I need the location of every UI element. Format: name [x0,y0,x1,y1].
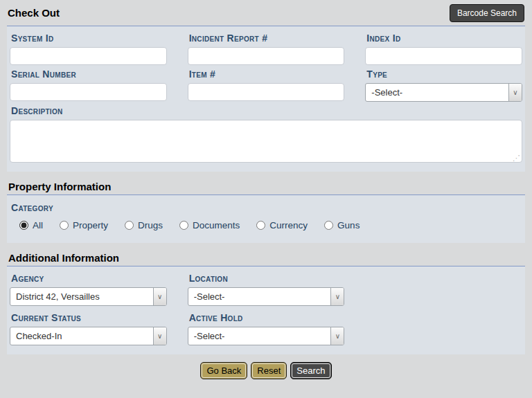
item-number-label: Item # [189,69,345,79]
incident-report-label: Incident Report # [189,33,345,43]
category-option-documents[interactable]: Documents [179,220,240,230]
current-status-label: Current Status [11,313,167,323]
category-option-property[interactable]: Property [60,220,108,230]
system-id-input[interactable] [10,47,167,65]
reset-label: Reset [252,363,285,378]
category-option-label: All [33,220,43,230]
category-radio-drugs[interactable] [125,221,134,230]
search-button[interactable]: Search [290,362,331,379]
category-radio-all[interactable] [19,221,28,230]
current-status-select[interactable]: Checked-In [10,327,167,345]
go-back-button[interactable]: Go Back [200,362,247,379]
type-select[interactable]: -Select- [365,83,522,102]
description-textarea[interactable] [10,120,522,163]
serial-number-field: Serial Number [10,65,167,102]
additional-information-panel: Agency District 42, Versailles ∨ Locatio… [7,266,525,354]
reset-button[interactable]: Reset [251,362,287,379]
active-hold-label: Active Hold [189,313,345,323]
active-hold-select[interactable]: -Select- [188,327,345,345]
category-radio-group: All Property Drugs Documents Currency Gu… [19,220,522,230]
incident-report-field: Incident Report # [188,29,345,65]
description-field: Description ⋰ [10,106,522,163]
page-title: Check Out [8,7,60,19]
location-select[interactable]: -Select- [188,287,345,306]
category-option-drugs[interactable]: Drugs [125,220,163,230]
agency-select[interactable]: District 42, Versailles [10,287,167,306]
check-out-page: Check Out Barcode Search System Id Incid… [0,0,532,379]
location-label: Location [189,273,345,283]
description-label: Description [11,106,522,116]
category-radio-currency[interactable] [256,221,265,230]
search-fields-panel: System Id Incident Report # Index Id Ser… [7,26,525,172]
property-information-panel: Category All Property Drugs Documents Cu… [7,195,525,243]
agency-label: Agency [11,273,167,283]
type-label: Type [366,69,522,79]
form-actions: Go Back Reset Search [7,362,525,379]
incident-report-input[interactable] [188,47,345,65]
location-field: Location -Select- ∨ [188,269,345,306]
index-id-label: Index Id [366,33,522,43]
category-radio-property[interactable] [60,221,69,230]
item-number-field: Item # [188,65,345,102]
index-id-input[interactable] [365,47,522,65]
category-option-label: Documents [193,220,240,230]
category-option-label: Guns [337,220,360,230]
agency-field: Agency District 42, Versailles ∨ [10,269,167,306]
serial-number-label: Serial Number [11,69,167,79]
active-hold-field: Active Hold -Select- ∨ [188,309,345,345]
index-id-field: Index Id [365,29,522,65]
category-label: Category [11,202,522,213]
category-radio-documents[interactable] [179,221,188,230]
serial-number-input[interactable] [10,83,167,101]
additional-information-heading: Additional Information [8,252,524,264]
search-label: Search [292,363,330,378]
category-option-currency[interactable]: Currency [256,220,308,230]
category-option-all[interactable]: All [19,220,43,230]
system-id-field: System Id [10,29,167,65]
system-id-label: System Id [11,33,167,43]
category-option-label: Drugs [138,220,163,230]
item-number-input[interactable] [188,83,345,101]
barcode-search-button[interactable]: Barcode Search [450,4,524,22]
go-back-label: Go Back [202,363,246,378]
type-field: Type -Select- ∨ [365,65,522,102]
property-information-heading: Property Information [8,181,524,192]
current-status-field: Current Status Checked-In ∨ [10,309,167,345]
category-option-label: Property [73,220,108,230]
category-option-label: Currency [269,220,308,230]
category-radio-guns[interactable] [324,221,333,230]
page-header: Check Out Barcode Search [7,0,525,26]
category-option-guns[interactable]: Guns [324,220,360,230]
